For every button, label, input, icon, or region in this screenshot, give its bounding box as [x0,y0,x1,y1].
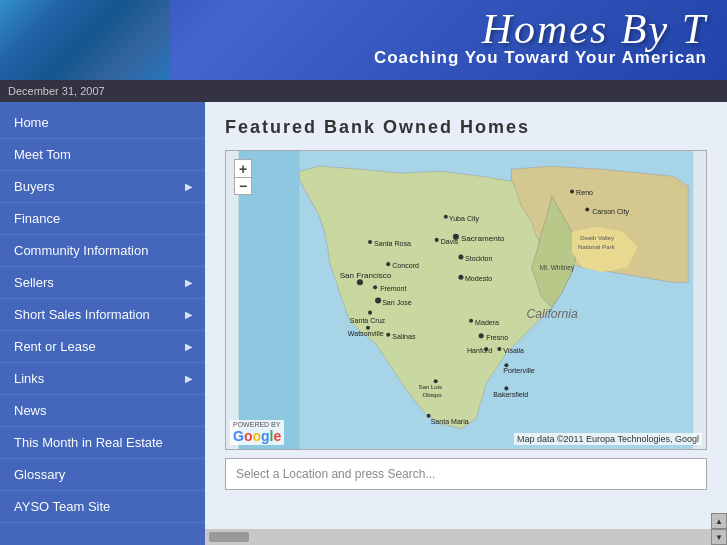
svg-text:Davis: Davis [441,238,459,245]
svg-text:California: California [527,307,578,321]
content-area: Featured Bank Owned Homes [205,102,727,545]
svg-text:Porterville: Porterville [503,367,534,374]
scroll-down-arrow[interactable]: ▼ [711,529,727,545]
chevron-right-icon: ▶ [185,373,193,384]
sidebar-item-label-home: Home [14,115,49,130]
chevron-right-icon: ▶ [185,181,193,192]
sidebar-item-label-this-month-in-real-estate: This Month in Real Estate [14,435,163,450]
svg-text:Visalia: Visalia [503,347,524,354]
sidebar-item-label-short-sales-information: Short Sales Information [14,307,150,322]
sidebar-item-short-sales-information[interactable]: Short Sales Information▶ [0,299,205,331]
svg-text:Stockton: Stockton [465,255,493,262]
zoom-out-button[interactable]: − [234,177,252,195]
svg-point-14 [458,275,463,280]
site-title: Homes By T [482,5,707,53]
sidebar-item-label-rent-or-lease: Rent or Lease [14,339,96,354]
svg-point-10 [375,297,381,303]
svg-point-40 [497,347,501,351]
search-bar[interactable]: Select a Location and press Search... [225,458,707,490]
sidebar-item-finance[interactable]: Finance [0,203,205,235]
svg-point-24 [435,238,439,242]
svg-text:Reno: Reno [576,189,593,196]
google-logo: Google [233,428,281,444]
sidebar-item-ayso-team-site[interactable]: AYSO Team Site [0,491,205,523]
svg-text:Watsonville: Watsonville [348,330,384,337]
map-container[interactable]: Sacramento San Francisco San Jose Stockt… [225,150,707,450]
sidebar-item-links[interactable]: Links▶ [0,363,205,395]
svg-text:National Park: National Park [578,244,615,250]
zoom-in-button[interactable]: + [234,159,252,177]
scrollbar-thumb[interactable] [209,532,249,542]
svg-text:Obispo: Obispo [423,392,443,398]
horizontal-scrollbar[interactable] [205,529,711,545]
sidebar-item-news[interactable]: News [0,395,205,427]
page-title: Featured Bank Owned Homes [225,117,707,138]
sidebar-item-home[interactable]: Home [0,107,205,139]
svg-text:Mt. Whitney: Mt. Whitney [540,264,575,272]
svg-point-20 [373,285,377,289]
svg-text:Salinas: Salinas [392,333,416,340]
sidebar-item-community-information[interactable]: Community Information [0,235,205,267]
sidebar-item-label-buyers: Buyers [14,179,54,194]
svg-text:Sacramento: Sacramento [461,234,505,243]
svg-point-30 [386,333,390,337]
sidebar-item-label-finance: Finance [14,211,60,226]
sidebar-item-label-news: News [14,403,47,418]
svg-point-38 [469,319,473,323]
svg-text:Concord: Concord [392,262,419,269]
svg-point-22 [368,240,372,244]
svg-text:Fremont: Fremont [380,285,406,292]
sidebar-item-label-ayso-team-site: AYSO Team Site [14,499,110,514]
map-attribution: POWERED BY Google [230,420,284,445]
svg-rect-3 [239,151,300,449]
chevron-right-icon: ▶ [185,277,193,288]
svg-point-48 [434,379,438,383]
svg-point-34 [585,208,589,212]
svg-text:Yuba City: Yuba City [449,215,480,223]
header-texture [0,0,170,80]
svg-text:Santa Maria: Santa Maria [431,418,469,425]
sidebar-item-buyers[interactable]: Buyers▶ [0,171,205,203]
svg-text:Hanford: Hanford [467,347,492,354]
svg-text:San Luis: San Luis [419,384,443,390]
svg-point-12 [458,255,463,260]
svg-text:Bakersfield: Bakersfield [493,391,528,398]
header: Homes By T Coaching You Toward Your Amer… [0,0,727,80]
map-data-text: Map data ©2011 Europa Technologies, Goog… [514,433,702,445]
svg-text:Carson City: Carson City [592,208,629,216]
sidebar-item-meet-tom[interactable]: Meet Tom [0,139,205,171]
svg-point-32 [570,189,574,193]
svg-text:San Francisco: San Francisco [340,271,392,280]
main-layout: HomeMeet TomBuyers▶FinanceCommunity Info… [0,102,727,545]
sidebar-item-glossary[interactable]: Glossary [0,459,205,491]
date-label: December 31, 2007 [8,85,105,97]
right-scroll-arrows: ▲ ▼ [711,513,727,545]
sidebar-item-label-links: Links [14,371,44,386]
scroll-up-arrow[interactable]: ▲ [711,513,727,529]
chevron-right-icon: ▶ [185,309,193,320]
svg-point-36 [444,215,448,219]
svg-point-26 [368,311,372,315]
chevron-right-icon: ▶ [185,341,193,352]
svg-point-18 [386,262,390,266]
map-zoom-controls: + − [234,159,252,195]
sidebar-item-label-sellers: Sellers [14,275,54,290]
svg-text:Death Valley: Death Valley [580,235,615,241]
sidebar: HomeMeet TomBuyers▶FinanceCommunity Info… [0,102,205,545]
sidebar-item-sellers[interactable]: Sellers▶ [0,267,205,299]
powered-by-label: POWERED BY [233,421,281,428]
sidebar-item-this-month-in-real-estate[interactable]: This Month in Real Estate [0,427,205,459]
sidebar-item-label-glossary: Glossary [14,467,65,482]
svg-text:Santa Rosa: Santa Rosa [374,240,411,247]
svg-point-16 [479,333,484,338]
svg-point-46 [504,386,508,390]
map-svg: Sacramento San Francisco San Jose Stockt… [226,151,706,449]
sidebar-item-label-meet-tom: Meet Tom [14,147,71,162]
svg-text:Madera: Madera [475,319,499,326]
svg-text:Modesto: Modesto [465,275,492,282]
svg-text:Fresno: Fresno [486,334,508,341]
sidebar-item-rent-or-lease[interactable]: Rent or Lease▶ [0,331,205,363]
svg-text:San Jose: San Jose [382,299,412,306]
site-subtitle: Coaching You Toward Your American [374,48,707,68]
svg-text:Santa Cruz: Santa Cruz [350,317,386,324]
